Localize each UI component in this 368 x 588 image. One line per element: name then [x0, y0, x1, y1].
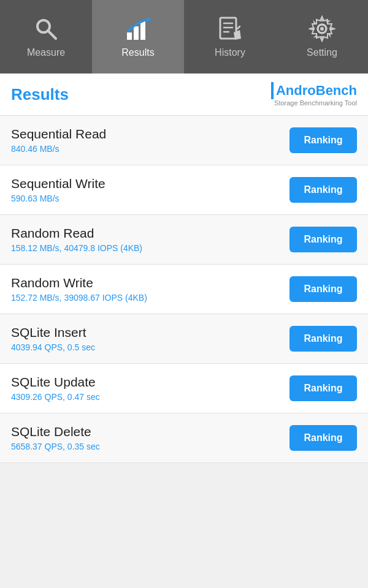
ranking-button[interactable]: Ranking [289, 425, 357, 451]
svg-rect-4 [140, 21, 145, 40]
ranking-button[interactable]: Ranking [289, 375, 357, 401]
nav-label-setting: Setting [307, 47, 337, 58]
nav-item-results[interactable]: Results [92, 0, 184, 74]
bench-name: SQLite Delete [11, 424, 100, 439]
benchmark-list: Sequential Read 840.46 MB/s Ranking Sequ… [0, 116, 368, 463]
nav-bar: Measure Results History [0, 0, 368, 74]
bench-info: SQLite Delete 5658.37 QPS, 0.35 sec [11, 424, 100, 451]
bench-name: Random Write [11, 276, 147, 290]
svg-line-1 [48, 31, 56, 39]
bench-value: 4309.26 QPS, 0.47 sec [11, 392, 100, 402]
gear-icon [309, 15, 335, 42]
svg-rect-3 [134, 26, 139, 40]
brand-logo: AndroBench Storage Benchmarking Tool [271, 82, 357, 107]
brand-divider [271, 82, 274, 99]
bench-name: Random Read [11, 226, 142, 241]
bench-value: 5658.37 QPS, 0.35 sec [11, 442, 100, 451]
results-title: Results [11, 85, 69, 104]
bench-value: 4039.94 QPS, 0.5 sec [11, 342, 95, 352]
bench-item: Sequential Read 840.46 MB/s Ranking [0, 116, 368, 165]
bench-value: 158.12 MB/s, 40479.8 IOPS (4KB) [11, 243, 142, 253]
bench-info: SQLite Insert 4039.94 QPS, 0.5 sec [11, 325, 95, 352]
nav-item-history[interactable]: History [184, 0, 276, 74]
bench-info: SQLite Update 4309.26 QPS, 0.47 sec [11, 375, 100, 402]
bench-info: Random Write 152.72 MB/s, 39098.67 IOPS … [11, 276, 147, 303]
bench-value: 840.46 MB/s [11, 144, 106, 154]
svg-rect-2 [127, 32, 132, 40]
nav-label-measure: Measure [27, 47, 65, 58]
svg-point-14 [320, 27, 324, 31]
bench-info: Sequential Read 840.46 MB/s [11, 127, 106, 154]
nav-item-setting[interactable]: Setting [276, 0, 368, 74]
nav-item-measure[interactable]: Measure [0, 0, 92, 74]
bench-item: Random Write 152.72 MB/s, 39098.67 IOPS … [0, 265, 368, 314]
bench-item: SQLite Insert 4039.94 QPS, 0.5 sec Ranki… [0, 314, 368, 364]
brand-tagline: Storage Benchmarking Tool [274, 99, 357, 107]
bench-item: SQLite Delete 5658.37 QPS, 0.35 sec Rank… [0, 413, 368, 463]
bench-item: Sequential Write 590.63 MB/s Ranking [0, 165, 368, 215]
ranking-button[interactable]: Ranking [289, 127, 357, 153]
results-header: Results AndroBench Storage Benchmarking … [0, 74, 368, 116]
bench-item: SQLite Update 4309.26 QPS, 0.47 sec Rank… [0, 364, 368, 413]
svg-marker-5 [147, 17, 151, 21]
bench-info: Sequential Write 590.63 MB/s [11, 176, 105, 203]
bench-value: 590.63 MB/s [11, 194, 105, 203]
brand-name-wrap: AndroBench [271, 82, 357, 99]
ranking-button[interactable]: Ranking [289, 276, 357, 302]
svg-marker-10 [234, 30, 241, 40]
ranking-button[interactable]: Ranking [289, 227, 357, 252]
bench-name: Sequential Write [11, 176, 105, 191]
ranking-button[interactable]: Ranking [289, 177, 357, 203]
bench-value: 152.72 MB/s, 39098.67 IOPS (4KB) [11, 293, 147, 303]
chart-icon [125, 15, 151, 42]
bench-name: Sequential Read [11, 127, 106, 141]
nav-label-results: Results [121, 47, 154, 58]
nav-label-history: History [215, 47, 245, 58]
brand-name: AndroBench [276, 83, 357, 99]
ranking-button[interactable]: Ranking [289, 326, 357, 352]
bench-info: Random Read 158.12 MB/s, 40479.8 IOPS (4… [11, 226, 142, 253]
search-icon [33, 15, 59, 42]
svg-line-11 [237, 26, 240, 29]
bench-name: SQLite Insert [11, 325, 95, 340]
bench-name: SQLite Update [11, 375, 100, 390]
bench-item: Random Read 158.12 MB/s, 40479.8 IOPS (4… [0, 215, 368, 265]
document-icon [217, 15, 243, 42]
